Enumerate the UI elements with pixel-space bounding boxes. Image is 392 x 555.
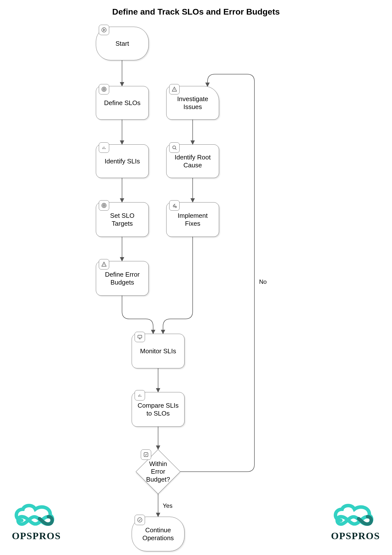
node-label: Identify SLIs <box>104 157 140 165</box>
check-circle-icon <box>135 515 145 525</box>
svg-point-6 <box>104 205 104 206</box>
svg-point-7 <box>173 146 176 149</box>
brand-logo-left: OPSPROS <box>12 502 66 542</box>
edge-label-yes: Yes <box>162 502 173 509</box>
edge-label-no: No <box>258 278 268 285</box>
cloud-infinity-icon <box>331 502 375 529</box>
svg-point-2 <box>103 88 105 90</box>
bar-chart-icon <box>135 390 145 400</box>
brand-logo-right: OPSPROS <box>331 502 385 542</box>
monitor-icon <box>135 332 145 342</box>
node-label: Investigate Issues <box>177 95 208 111</box>
node-label: Compare SLIs to SLOs <box>138 401 179 418</box>
warning-icon <box>169 84 180 94</box>
node-label: Continue Operations <box>142 526 174 542</box>
svg-rect-9 <box>144 453 148 457</box>
search-icon <box>169 142 180 153</box>
brand-text: OPSPROS <box>12 530 66 542</box>
target-icon <box>99 84 109 94</box>
svg-point-0 <box>102 28 106 32</box>
svg-point-3 <box>104 89 104 90</box>
target-icon <box>99 200 109 211</box>
play-icon <box>99 25 109 35</box>
node-label: Define Error Budgets <box>105 270 140 287</box>
node-label: Implement Fixes <box>178 212 207 228</box>
node-label: Set SLO Targets <box>110 212 134 228</box>
connectors <box>0 0 392 555</box>
svg-point-10 <box>138 518 142 522</box>
check-square-icon <box>141 449 151 460</box>
warning-icon <box>99 259 109 269</box>
node-label: Monitor SLIs <box>140 347 176 355</box>
svg-point-4 <box>102 203 106 208</box>
node-label: Define SLOs <box>104 99 140 107</box>
svg-rect-8 <box>138 335 142 338</box>
wrench-icon <box>169 200 180 211</box>
node-label: Start <box>116 40 129 48</box>
brand-text: OPSPROS <box>331 530 385 542</box>
svg-point-1 <box>102 87 106 91</box>
node-label: Identify Root Cause <box>175 153 211 169</box>
bar-chart-icon <box>99 142 109 153</box>
node-label: Within Error Budget? <box>146 460 170 483</box>
svg-point-5 <box>103 204 105 207</box>
diagram-canvas: Define and Track SLOs and Error Budgets <box>0 0 392 555</box>
cloud-infinity-icon <box>12 502 56 529</box>
